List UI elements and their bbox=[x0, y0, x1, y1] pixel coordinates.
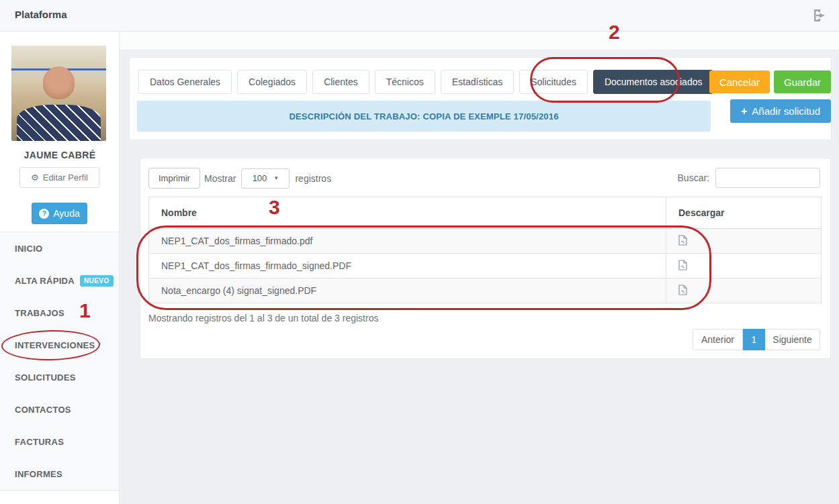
search-label: Buscar: bbox=[678, 172, 709, 183]
search-input[interactable] bbox=[715, 168, 820, 188]
sidebar-item-alta-rapida[interactable]: ALTA RÁPIDA NUEVO bbox=[0, 264, 119, 297]
records-label: registros bbox=[295, 173, 331, 184]
sidebar-item-label: INICIO bbox=[15, 244, 43, 254]
records-summary: Mostrando registros del 1 al 3 de un tot… bbox=[148, 313, 378, 323]
sidebar-item-label: FACTURAS bbox=[15, 437, 64, 447]
download-pdf-link[interactable] bbox=[678, 260, 687, 270]
help-label: Ayuda bbox=[53, 208, 79, 219]
add-request-label: Añadir solicitud bbox=[752, 105, 820, 117]
tab-colegiados[interactable]: Colegiados bbox=[237, 70, 307, 94]
pagination-previous[interactable]: Anterior bbox=[693, 329, 743, 350]
job-description-banner: DESCRIPCIÓN DEL TRABAJO: COPIA DE EXEMPL… bbox=[137, 101, 711, 132]
tab-solicitudes[interactable]: Solicitudes bbox=[519, 70, 588, 94]
print-button[interactable]: Imprimir bbox=[148, 168, 200, 189]
pdf-file-icon bbox=[678, 260, 687, 270]
show-label: Mostrar bbox=[204, 173, 236, 184]
sidebar-item-informes[interactable]: INFORMES bbox=[0, 458, 119, 490]
sign-out-icon bbox=[811, 7, 828, 24]
sidebar-item-intervenciones[interactable]: INTERVENCIONES bbox=[0, 329, 119, 361]
app-screen: Plataforma JAUME CABRÉ ⚙ Editar Perfil ?… bbox=[0, 0, 839, 504]
sidebar-item-label: ALTA RÁPIDA bbox=[15, 276, 75, 286]
sidebar-item-label: CONTACTOS bbox=[15, 405, 71, 415]
table-row: Nota_encargo (4) signat_signed.PDF bbox=[149, 279, 822, 303]
sidebar-item-label: INTERVENCIONES bbox=[15, 340, 95, 350]
table-row: NEP1_CAT_dos_firmas_firmado_signed.PDF bbox=[149, 254, 822, 279]
column-header-nombre[interactable]: Nombre bbox=[149, 197, 666, 229]
documents-table: Nombre Descargar NEP1_CAT_dos_firmas_fir… bbox=[148, 197, 822, 303]
document-name: NEP1_CAT_dos_firmas_firmado_signed.PDF bbox=[149, 254, 666, 279]
tab-documentos-asociados[interactable]: Documentos asociados bbox=[593, 70, 714, 94]
logout-button[interactable] bbox=[811, 7, 828, 24]
cancel-button[interactable]: Cancelar bbox=[709, 70, 770, 93]
pagination: Anterior 1 Siguiente bbox=[693, 329, 820, 350]
content-header-strip bbox=[120, 32, 839, 50]
caret-down-icon: ▼ bbox=[273, 175, 279, 181]
search-control: Buscar: bbox=[678, 168, 820, 188]
top-bar: Plataforma bbox=[0, 0, 839, 32]
sidebar-item-label: INFORMES bbox=[15, 469, 62, 479]
sidebar-item-facturas[interactable]: FACTURAS bbox=[0, 425, 119, 458]
tab-clientes[interactable]: Clientes bbox=[312, 70, 369, 94]
document-name: Nota_encargo (4) signat_signed.PDF bbox=[149, 279, 666, 303]
pagination-page-1[interactable]: 1 bbox=[743, 329, 765, 350]
sidebar-item-inicio[interactable]: INICIO bbox=[0, 232, 119, 264]
avatar-face bbox=[43, 66, 75, 99]
pdf-file-icon bbox=[678, 285, 687, 295]
plus-icon: + bbox=[741, 105, 747, 117]
page-size-select[interactable]: 100 ▼ bbox=[241, 168, 290, 189]
documents-panel: Imprimir Mostrar 100 ▼ registros Buscar:… bbox=[140, 158, 831, 359]
sidebar-item-solicitudes[interactable]: SOLICITUDES bbox=[0, 361, 119, 393]
table-header-row: Nombre Descargar bbox=[149, 197, 822, 229]
document-name: NEP1_CAT_dos_firmas_firmado.pdf bbox=[149, 229, 666, 254]
tab-tecnicos[interactable]: Técnicos bbox=[375, 70, 435, 94]
tab-estadisticas[interactable]: Estadísticas bbox=[441, 70, 514, 94]
download-pdf-link[interactable] bbox=[678, 285, 687, 295]
sidebar-item-contactos[interactable]: CONTACTOS bbox=[0, 393, 119, 425]
sidebar: JAUME CABRÉ ⚙ Editar Perfil ? Ayuda INIC… bbox=[0, 32, 120, 504]
edit-profile-label: Editar Perfil bbox=[43, 172, 88, 183]
avatar-shirt bbox=[17, 105, 100, 141]
table-row: NEP1_CAT_dos_firmas_firmado.pdf bbox=[149, 229, 822, 254]
sidebar-item-label: SOLICITUDES bbox=[15, 372, 76, 383]
pdf-file-icon bbox=[678, 235, 687, 246]
add-request-button[interactable]: + Añadir solicitud bbox=[730, 99, 831, 123]
edit-profile-button[interactable]: ⚙ Editar Perfil bbox=[19, 167, 99, 188]
question-circle-icon: ? bbox=[39, 209, 49, 219]
tab-bar: Datos Generales Colegiados Clientes Técn… bbox=[138, 70, 713, 94]
column-header-descargar[interactable]: Descargar bbox=[666, 197, 822, 229]
page-size-value: 100 bbox=[253, 173, 267, 183]
sidebar-item-trabajos[interactable]: TRABAJOS bbox=[0, 297, 119, 329]
sidebar-menu: INICIO ALTA RÁPIDA NUEVO TRABAJOS INTERV… bbox=[0, 232, 119, 491]
user-name: JAUME CABRÉ bbox=[0, 150, 120, 160]
form-action-buttons: Cancelar Guardar bbox=[709, 70, 831, 93]
app-title: Plataforma bbox=[15, 9, 67, 20]
gear-icon: ⚙ bbox=[31, 172, 39, 183]
sidebar-item-label: TRABAJOS bbox=[15, 308, 64, 318]
user-avatar bbox=[11, 46, 106, 141]
nuevo-badge: NUEVO bbox=[80, 275, 114, 287]
page-size-control: Mostrar 100 ▼ registros bbox=[204, 168, 331, 189]
download-pdf-link[interactable] bbox=[678, 235, 687, 246]
save-button[interactable]: Guardar bbox=[774, 70, 831, 93]
tab-datos-generales[interactable]: Datos Generales bbox=[138, 70, 232, 94]
help-button[interactable]: ? Ayuda bbox=[32, 203, 87, 224]
pagination-next[interactable]: Siguiente bbox=[765, 329, 820, 350]
